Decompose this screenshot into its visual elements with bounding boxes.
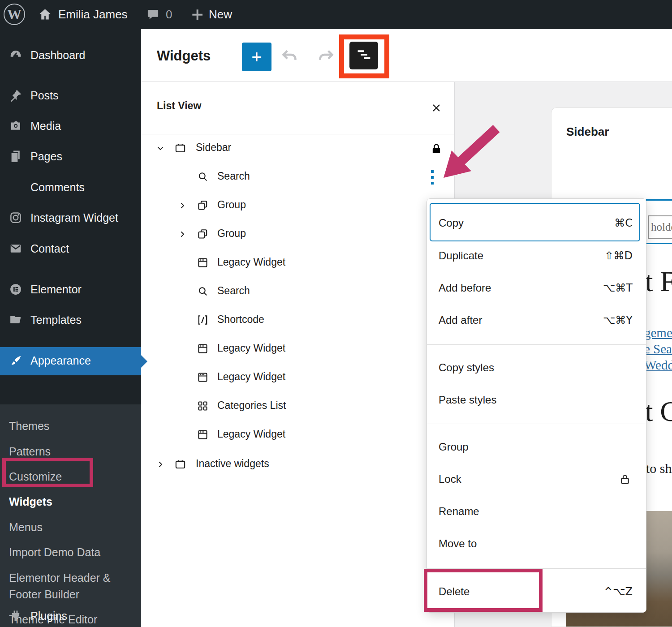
list-view-row[interactable]: Sidebar bbox=[141, 137, 454, 159]
list-view-row[interactable]: Legacy Widget bbox=[141, 366, 454, 388]
list-view-row[interactable]: Search bbox=[141, 166, 454, 187]
submenu-item-import-demo-data[interactable]: Import Demo Data bbox=[9, 544, 125, 561]
plug-icon bbox=[9, 609, 22, 624]
menu-item-shortcut: ⇧⌘D bbox=[604, 249, 633, 262]
preview-link[interactable]: geme bbox=[644, 326, 672, 340]
list-view-row-label: Group bbox=[217, 228, 246, 240]
sidebar-item-label: Posts bbox=[30, 89, 59, 102]
menu-item-shortcut: ⌥⌘Y bbox=[603, 314, 633, 326]
dashboard-icon bbox=[9, 48, 22, 64]
preview-heading-fragment: t C bbox=[645, 395, 672, 428]
menu-item-label: Paste styles bbox=[439, 394, 496, 406]
list-view-icon bbox=[353, 44, 374, 67]
chevron-right-icon[interactable] bbox=[155, 459, 166, 472]
new-button[interactable]: New bbox=[209, 8, 232, 21]
appearance-submenu: ThemesPatternsCustomizeWidgetsMenusImpor… bbox=[0, 404, 141, 627]
preview-link[interactable]: Wedd bbox=[644, 358, 672, 373]
list-view-row-label: Categories List bbox=[217, 399, 286, 412]
legacy-widget-icon bbox=[196, 342, 209, 357]
sidebar-item-comments[interactable]: Comments bbox=[0, 177, 141, 198]
list-view-row[interactable]: Legacy Widget bbox=[141, 252, 454, 273]
menu-item-group[interactable]: Group bbox=[427, 431, 646, 463]
list-view-row[interactable]: Search bbox=[141, 280, 454, 302]
options-ellipsis-icon[interactable] bbox=[431, 170, 435, 188]
sidebar-item-instagram-widget[interactable]: Instagram Widget bbox=[0, 207, 141, 229]
menu-item-duplicate[interactable]: Duplicate⇧⌘D bbox=[427, 240, 646, 272]
group-icon bbox=[196, 199, 209, 214]
redo-icon[interactable] bbox=[316, 46, 336, 69]
legacy-widget-icon bbox=[196, 256, 209, 271]
sidebar-item-media[interactable]: Media bbox=[0, 116, 141, 137]
list-view-row-label: Legacy Widget bbox=[217, 342, 285, 354]
list-view-row-label: Inactive widgets bbox=[196, 458, 269, 470]
menu-item-copy-styles[interactable]: Copy styles bbox=[427, 352, 646, 384]
menu-item-delete[interactable]: Delete^⌥Z bbox=[427, 575, 646, 608]
undo-icon[interactable] bbox=[279, 46, 300, 69]
site-name-link[interactable]: Emilia James bbox=[58, 8, 128, 21]
sidebar-item-elementor[interactable]: Elementor bbox=[0, 279, 141, 301]
preview-search-input[interactable]: holde bbox=[648, 215, 672, 239]
menu-item-lock[interactable]: Lock bbox=[427, 463, 646, 495]
list-view-row-label: Legacy Widget bbox=[217, 371, 285, 383]
legacy-widget-icon bbox=[196, 428, 209, 443]
search-icon bbox=[196, 285, 209, 300]
submenu-item-patterns[interactable]: Patterns bbox=[9, 443, 125, 460]
media-icon bbox=[9, 119, 22, 134]
chevron-right-icon[interactable] bbox=[177, 200, 188, 213]
list-view-row-label: Sidebar bbox=[196, 142, 231, 154]
menu-item-move-to[interactable]: Move to bbox=[427, 528, 646, 560]
menu-item-add-after[interactable]: Add after⌥⌘Y bbox=[427, 304, 646, 336]
preview-link[interactable]: e Sea bbox=[644, 342, 672, 356]
submenu-item-themes[interactable]: Themes bbox=[9, 418, 125, 434]
wordpress-logo-icon[interactable]: W bbox=[4, 4, 25, 25]
close-icon[interactable] bbox=[430, 102, 443, 116]
sidebar-item-pages[interactable]: Pages bbox=[0, 146, 141, 167]
list-view-row[interactable]: Legacy Widget bbox=[141, 338, 454, 359]
menu-item-label: Lock bbox=[439, 473, 461, 485]
list-view-row[interactable]: Shortcode bbox=[141, 309, 454, 331]
submenu-item-elementor-header-footer-builder[interactable]: Elementor Header & Footer Builder bbox=[9, 570, 125, 603]
menu-item-paste-styles[interactable]: Paste styles bbox=[427, 384, 646, 416]
add-block-button[interactable]: + bbox=[242, 43, 271, 71]
sidebar-item-templates[interactable]: Templates bbox=[0, 309, 141, 331]
list-view-row[interactable]: Categories List bbox=[141, 395, 454, 417]
chevron-right-icon[interactable] bbox=[177, 229, 188, 241]
menu-item-rename[interactable]: Rename bbox=[427, 495, 646, 528]
list-view-row-label: Legacy Widget bbox=[217, 256, 285, 268]
menu-divider bbox=[427, 568, 646, 569]
sidebar-item-dashboard[interactable]: Dashboard bbox=[0, 45, 141, 66]
menu-item-label: Duplicate bbox=[439, 249, 483, 262]
sidebar-item-label: Media bbox=[30, 120, 61, 133]
list-view-toggle-button[interactable] bbox=[349, 42, 378, 69]
list-view-row[interactable]: Inactive widgets bbox=[141, 453, 454, 475]
menu-item-copy[interactable]: Copy⌘C bbox=[427, 207, 646, 239]
menu-item-add-before[interactable]: Add before⌥⌘T bbox=[427, 272, 646, 304]
sidebar-item-label: Dashboard bbox=[30, 49, 85, 62]
list-view-row[interactable]: Group bbox=[141, 194, 454, 216]
list-view-header: List View bbox=[141, 82, 454, 134]
sidebar-item-plugins[interactable]: Plugins bbox=[0, 606, 141, 627]
submenu-item-widgets[interactable]: Widgets bbox=[9, 494, 125, 510]
list-view-row[interactable]: Group bbox=[141, 223, 454, 245]
pages-icon bbox=[9, 150, 22, 165]
submenu-item-menus[interactable]: Menus bbox=[9, 519, 125, 536]
sidebar-item-posts[interactable]: Posts bbox=[0, 85, 141, 107]
admin-bar: W Emilia James 0 New bbox=[0, 0, 672, 29]
sidebar-item-label: Templates bbox=[30, 314, 82, 326]
list-view-title: List View bbox=[157, 100, 201, 112]
submenu-item-customize[interactable]: Customize bbox=[9, 468, 125, 485]
sidebar-item-appearance[interactable]: Appearance bbox=[0, 347, 141, 375]
menu-item-shortcut: ⌘C bbox=[614, 217, 633, 229]
chevron-down-icon[interactable] bbox=[155, 143, 166, 155]
menu-item-label: Move to bbox=[439, 537, 477, 550]
admin-sidebar: DashboardPostsMediaPagesCommentsInstagra… bbox=[0, 29, 141, 627]
comments-bubble-icon[interactable] bbox=[146, 8, 160, 23]
pin-icon bbox=[9, 89, 22, 104]
sidebar-item-contact[interactable]: Contact bbox=[0, 238, 141, 260]
brush-icon bbox=[9, 354, 22, 369]
elementor-icon bbox=[9, 283, 22, 298]
menu-item-shortcut: ⌥⌘T bbox=[603, 282, 633, 294]
list-view-row[interactable]: Legacy Widget bbox=[141, 424, 454, 445]
menu-item-shortcut: ^⌥Z bbox=[604, 585, 633, 598]
widget-area-icon bbox=[174, 458, 187, 472]
